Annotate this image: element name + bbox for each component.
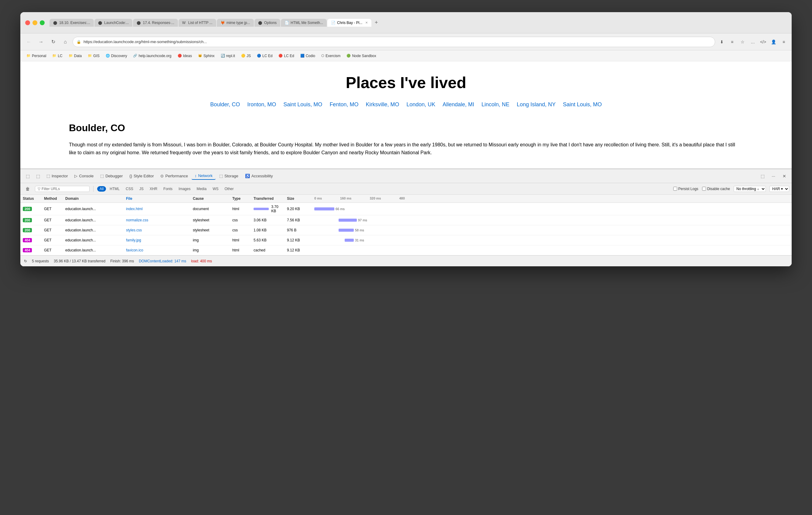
filter-fonts[interactable]: Fonts [161, 186, 175, 192]
dev-tools-icon[interactable]: </> [759, 38, 767, 46]
tab-close-button[interactable]: ✕ [365, 21, 368, 24]
nav-link-ironton[interactable]: Ironton, MO [247, 102, 276, 108]
folder-icon-4: 📁 [88, 54, 92, 58]
devtools-more-button[interactable]: ··· [768, 171, 778, 181]
nav-link-stlouis2[interactable]: Saint Louis, MO [563, 102, 602, 108]
devtools-responsive-btn[interactable]: ⬚ [33, 171, 43, 181]
devtools-pick-element-btn[interactable]: ⬚ [23, 171, 32, 181]
filter-js[interactable]: JS [137, 186, 146, 192]
bookmark-lced1[interactable]: 🔵 LC Ed [255, 53, 275, 59]
filter-media[interactable]: Media [194, 186, 209, 192]
tab-exercises[interactable]: ⬤ 18.10. Exercises:... [50, 19, 94, 27]
nav-link-fenton[interactable]: Fenton, MO [329, 102, 358, 108]
filter-xhr[interactable]: XHR [147, 186, 160, 192]
devtools-dock-button[interactable]: ⬚ [758, 171, 767, 181]
bookmark-js[interactable]: 🟡 JS [239, 53, 253, 59]
new-tab-button[interactable]: + [372, 19, 380, 27]
refresh-button[interactable]: ↻ [48, 37, 58, 47]
bookmark-discovery[interactable]: 🌐 Discovery [103, 53, 130, 59]
bookmark-gis[interactable]: 📁 GIS [85, 53, 102, 59]
bookmark-help[interactable]: 🔗 help.launchcode.org [130, 53, 174, 59]
table-row[interactable]: 404 GET education.launch... favicon.ico … [20, 245, 792, 255]
table-row[interactable]: 200 GET education.launch... normalize.cs… [20, 215, 792, 225]
har-select[interactable]: HAR ▾ [770, 186, 789, 192]
disable-cache-checkbox[interactable]: Disable cache [702, 187, 730, 191]
filter-all[interactable]: All [97, 186, 106, 192]
clear-log-button[interactable]: 🗑 [23, 184, 32, 194]
tab-chris-bay[interactable]: 📄 Chris Bay - Pl... ✕ [327, 19, 371, 27]
tab-options[interactable]: ⬤ Options [255, 19, 280, 27]
status-cell: 200 [20, 216, 41, 224]
col-header-transferred: Transferred [251, 195, 285, 203]
nav-link-stlouis1[interactable]: Saint Louis, MO [283, 102, 322, 108]
table-row[interactable]: 404 GET education.launch... family.jpg i… [20, 235, 792, 245]
nav-link-longisland[interactable]: Long Island, NY [517, 102, 556, 108]
nav-link-london[interactable]: London, UK [406, 102, 435, 108]
disable-cache-input[interactable] [702, 187, 706, 191]
filter-images[interactable]: Images [176, 186, 193, 192]
devtools-tab-accessibility[interactable]: ♿ Accessibility [242, 172, 276, 179]
tab-http[interactable]: W List of HTTP ... [179, 19, 216, 27]
filter-html[interactable]: HTML [107, 186, 122, 192]
table-row[interactable]: 200 GET education.launch... index.html d… [20, 203, 792, 215]
github-icon-2: ⬤ [98, 21, 102, 25]
security-lock-icon: 🔒 [77, 40, 81, 44]
tab-html-me[interactable]: 📄 HTML Me Someth... [281, 19, 327, 27]
bookmark-ideas[interactable]: 🔴 Ideas [175, 53, 194, 59]
help-icon: 🔗 [133, 54, 137, 58]
persist-logs-input[interactable] [673, 187, 677, 191]
tab-mime[interactable]: 🦊 mime type jp... [217, 19, 254, 27]
filter-ws[interactable]: WS [210, 186, 221, 192]
method-cell: GET [41, 226, 63, 234]
file-cell: family.jpg [124, 236, 191, 244]
minimize-button[interactable] [32, 20, 37, 25]
nav-link-kirksville[interactable]: Kirksville, MO [366, 102, 399, 108]
tab-responses[interactable]: ⬤ 17.4. Responses·... [133, 19, 178, 27]
devtools-tab-inspector[interactable]: ⬚ Inspector [44, 172, 71, 179]
devtools-panel: ⬚ ⬚ ⬚ Inspector ▷ Console ⬚ Debugger {} … [20, 169, 792, 266]
maximize-button[interactable] [40, 20, 45, 25]
filter-css[interactable]: CSS [123, 186, 136, 192]
devtools-tab-console[interactable]: ▷ Console [71, 172, 96, 179]
bookmark-exercism[interactable]: ⬡ Exercism [319, 53, 343, 59]
devtools-tab-debugger[interactable]: ⬚ Debugger [97, 172, 126, 179]
devtools-tab-storage[interactable]: ⬚ Storage [216, 172, 241, 179]
reader-mode-icon[interactable]: ≡ [728, 38, 736, 46]
bookmark-sphinx[interactable]: 🐱 Sphinx [196, 53, 217, 59]
nav-link-allendale[interactable]: Allendale, MI [443, 102, 474, 108]
ellipsis-icon[interactable]: … [749, 38, 757, 46]
filter-other[interactable]: Other [222, 186, 236, 192]
throttling-select[interactable]: No throttling ⬦ [734, 186, 766, 192]
menu-icon[interactable]: ≡ [780, 38, 788, 46]
lced2-icon: 🔴 [279, 54, 283, 58]
devtools-close-button[interactable]: ✕ [780, 171, 789, 181]
close-button[interactable] [25, 20, 30, 25]
bookmark-lced2[interactable]: 🔴 LC Ed [276, 53, 296, 59]
back-button[interactable]: ← [24, 37, 34, 47]
divider [93, 186, 93, 192]
transferred-cell: 1.08 KB [251, 226, 285, 234]
bookmark-nodesandbox[interactable]: 🟢 Node Sandbox [344, 53, 378, 59]
devtools-tab-performance[interactable]: ⊙ Performance [157, 172, 191, 179]
nav-link-lincoln[interactable]: Lincoln, NE [482, 102, 510, 108]
bookmark-personal[interactable]: 📁 Personal [24, 53, 49, 59]
bookmark-data[interactable]: 📁 Data [66, 53, 84, 59]
avatar-icon[interactable]: 👤 [769, 38, 778, 46]
nav-link-boulder[interactable]: Boulder, CO [210, 102, 240, 108]
forward-button[interactable]: → [36, 37, 46, 47]
home-button[interactable]: ⌂ [60, 37, 70, 47]
file-cell: normalize.css [124, 216, 191, 224]
bookmark-replit[interactable]: 🔄 repl.it [218, 53, 237, 59]
table-row[interactable]: 200 GET education.launch... styles.css s… [20, 225, 792, 235]
bookmark-star-icon[interactable]: ☆ [738, 38, 747, 46]
address-bar[interactable]: 🔒 https://education.launchcode.org/html-… [72, 37, 715, 47]
ideas-icon: 🔴 [178, 54, 182, 58]
download-icon[interactable]: ⬇ [718, 38, 726, 46]
devtools-tab-style-editor[interactable]: {} Style Editor [126, 172, 157, 179]
bookmark-lc[interactable]: 📁 LC [50, 53, 65, 59]
devtools-tab-network[interactable]: ↕ Network [192, 172, 215, 180]
persist-logs-checkbox[interactable]: Persist Logs [673, 187, 698, 191]
tab-launchcode[interactable]: ⬤ LaunchCode:... [94, 19, 133, 27]
bookmark-codio[interactable]: 🟦 Codio [298, 53, 318, 59]
filter-urls-input[interactable]: ▽ Filter URLs [35, 186, 90, 192]
